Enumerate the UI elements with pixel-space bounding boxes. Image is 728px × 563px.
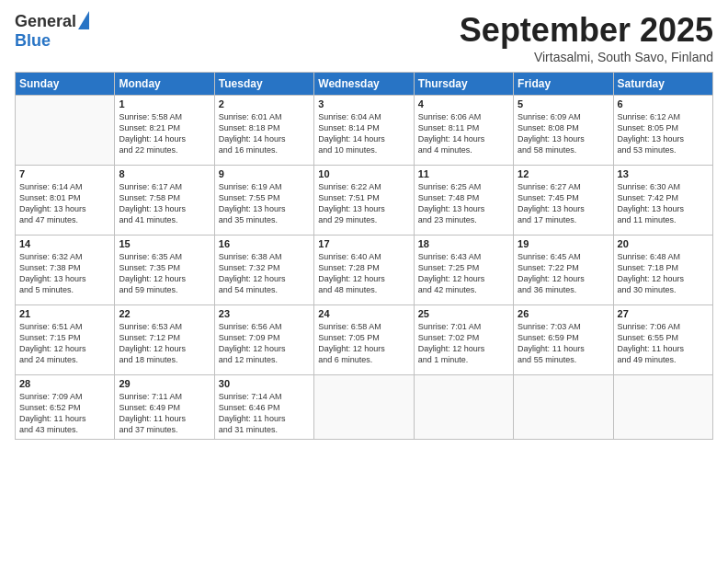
day-info: Sunrise: 6:01 AM Sunset: 8:18 PM Dayligh… bbox=[219, 111, 310, 156]
day-info: Sunrise: 6:53 AM Sunset: 7:12 PM Dayligh… bbox=[119, 321, 210, 366]
day-info: Sunrise: 6:45 AM Sunset: 7:22 PM Dayligh… bbox=[518, 251, 609, 296]
col-header-tuesday: Tuesday bbox=[214, 73, 313, 96]
day-number: 25 bbox=[418, 308, 509, 319]
day-info: Sunrise: 6:32 AM Sunset: 7:38 PM Dayligh… bbox=[19, 251, 110, 296]
day-info: Sunrise: 6:40 AM Sunset: 7:28 PM Dayligh… bbox=[318, 251, 409, 296]
day-info: Sunrise: 6:25 AM Sunset: 7:48 PM Dayligh… bbox=[418, 181, 509, 226]
day-cell: 3Sunrise: 6:04 AM Sunset: 8:14 PM Daylig… bbox=[314, 96, 414, 166]
day-number: 9 bbox=[219, 168, 310, 179]
day-info: Sunrise: 7:06 AM Sunset: 6:55 PM Dayligh… bbox=[618, 321, 709, 366]
day-number: 5 bbox=[518, 98, 609, 109]
day-cell: 1Sunrise: 5:58 AM Sunset: 8:21 PM Daylig… bbox=[115, 96, 214, 166]
day-info: Sunrise: 6:43 AM Sunset: 7:25 PM Dayligh… bbox=[418, 251, 509, 296]
day-number: 29 bbox=[119, 378, 210, 389]
col-header-saturday: Saturday bbox=[613, 73, 712, 96]
day-cell: 9Sunrise: 6:19 AM Sunset: 7:55 PM Daylig… bbox=[214, 166, 313, 236]
day-cell: 29Sunrise: 7:11 AM Sunset: 6:49 PM Dayli… bbox=[115, 375, 214, 440]
week-row-1: 1Sunrise: 5:58 AM Sunset: 8:21 PM Daylig… bbox=[16, 96, 713, 166]
week-row-4: 21Sunrise: 6:51 AM Sunset: 7:15 PM Dayli… bbox=[16, 305, 713, 375]
day-info: Sunrise: 6:27 AM Sunset: 7:45 PM Dayligh… bbox=[518, 181, 609, 226]
day-info: Sunrise: 6:06 AM Sunset: 8:11 PM Dayligh… bbox=[418, 111, 509, 156]
logo-general-text: General bbox=[15, 12, 76, 31]
day-cell: 8Sunrise: 6:17 AM Sunset: 7:58 PM Daylig… bbox=[115, 166, 214, 236]
day-number: 16 bbox=[219, 238, 310, 249]
col-header-thursday: Thursday bbox=[414, 73, 513, 96]
day-info: Sunrise: 7:14 AM Sunset: 6:46 PM Dayligh… bbox=[219, 391, 310, 436]
day-number: 8 bbox=[119, 168, 210, 179]
day-info: Sunrise: 6:48 AM Sunset: 7:18 PM Dayligh… bbox=[618, 251, 709, 296]
day-number: 2 bbox=[219, 98, 310, 109]
day-number: 6 bbox=[618, 98, 709, 109]
day-cell: 4Sunrise: 6:06 AM Sunset: 8:11 PM Daylig… bbox=[414, 96, 513, 166]
logo-triangle-icon bbox=[78, 11, 89, 29]
day-cell bbox=[314, 375, 414, 440]
day-info: Sunrise: 6:17 AM Sunset: 7:58 PM Dayligh… bbox=[119, 181, 210, 226]
day-info: Sunrise: 6:19 AM Sunset: 7:55 PM Dayligh… bbox=[219, 181, 310, 226]
location: Virtasalmi, South Savo, Finland bbox=[460, 50, 713, 64]
day-cell: 18Sunrise: 6:43 AM Sunset: 7:25 PM Dayli… bbox=[414, 236, 513, 305]
day-number: 10 bbox=[318, 168, 409, 179]
day-number: 1 bbox=[119, 98, 210, 109]
day-info: Sunrise: 5:58 AM Sunset: 8:21 PM Dayligh… bbox=[119, 111, 210, 156]
day-cell: 15Sunrise: 6:35 AM Sunset: 7:35 PM Dayli… bbox=[115, 236, 214, 305]
day-cell: 14Sunrise: 6:32 AM Sunset: 7:38 PM Dayli… bbox=[16, 236, 115, 305]
week-row-3: 14Sunrise: 6:32 AM Sunset: 7:38 PM Dayli… bbox=[16, 236, 713, 305]
day-cell bbox=[514, 375, 613, 440]
day-cell bbox=[16, 96, 115, 166]
day-info: Sunrise: 6:35 AM Sunset: 7:35 PM Dayligh… bbox=[119, 251, 210, 296]
day-cell bbox=[613, 375, 712, 440]
day-cell: 28Sunrise: 7:09 AM Sunset: 6:52 PM Dayli… bbox=[16, 375, 115, 440]
day-cell: 19Sunrise: 6:45 AM Sunset: 7:22 PM Dayli… bbox=[514, 236, 613, 305]
day-number: 20 bbox=[618, 238, 709, 249]
logo-blue-text: Blue bbox=[15, 31, 51, 51]
day-cell bbox=[414, 375, 513, 440]
day-info: Sunrise: 6:22 AM Sunset: 7:51 PM Dayligh… bbox=[318, 181, 409, 226]
day-info: Sunrise: 6:58 AM Sunset: 7:05 PM Dayligh… bbox=[318, 321, 409, 366]
calendar-table: SundayMondayTuesdayWednesdayThursdayFrid… bbox=[15, 72, 713, 440]
day-info: Sunrise: 7:03 AM Sunset: 6:59 PM Dayligh… bbox=[518, 321, 609, 366]
day-info: Sunrise: 6:12 AM Sunset: 8:05 PM Dayligh… bbox=[618, 111, 709, 156]
day-number: 17 bbox=[318, 238, 409, 249]
day-cell: 10Sunrise: 6:22 AM Sunset: 7:51 PM Dayli… bbox=[314, 166, 414, 236]
day-cell: 26Sunrise: 7:03 AM Sunset: 6:59 PM Dayli… bbox=[514, 305, 613, 375]
day-number: 11 bbox=[418, 168, 509, 179]
col-header-wednesday: Wednesday bbox=[314, 73, 414, 96]
header-row: SundayMondayTuesdayWednesdayThursdayFrid… bbox=[16, 73, 713, 96]
day-info: Sunrise: 6:56 AM Sunset: 7:09 PM Dayligh… bbox=[219, 321, 310, 366]
day-cell: 24Sunrise: 6:58 AM Sunset: 7:05 PM Dayli… bbox=[314, 305, 414, 375]
day-number: 7 bbox=[19, 168, 110, 179]
day-number: 18 bbox=[418, 238, 509, 249]
day-number: 23 bbox=[219, 308, 310, 319]
day-cell: 25Sunrise: 7:01 AM Sunset: 7:02 PM Dayli… bbox=[414, 305, 513, 375]
day-info: Sunrise: 6:51 AM Sunset: 7:15 PM Dayligh… bbox=[19, 321, 110, 366]
day-number: 24 bbox=[318, 308, 409, 319]
day-cell: 22Sunrise: 6:53 AM Sunset: 7:12 PM Dayli… bbox=[115, 305, 214, 375]
day-cell: 17Sunrise: 6:40 AM Sunset: 7:28 PM Dayli… bbox=[314, 236, 414, 305]
title-block: September 2025 Virtasalmi, South Savo, F… bbox=[460, 11, 713, 64]
col-header-friday: Friday bbox=[514, 73, 613, 96]
day-number: 14 bbox=[19, 238, 110, 249]
day-cell: 27Sunrise: 7:06 AM Sunset: 6:55 PM Dayli… bbox=[613, 305, 712, 375]
day-info: Sunrise: 7:09 AM Sunset: 6:52 PM Dayligh… bbox=[19, 391, 110, 436]
day-number: 19 bbox=[518, 238, 609, 249]
day-number: 30 bbox=[219, 378, 310, 389]
day-info: Sunrise: 7:11 AM Sunset: 6:49 PM Dayligh… bbox=[119, 391, 210, 436]
day-info: Sunrise: 6:14 AM Sunset: 8:01 PM Dayligh… bbox=[19, 181, 110, 226]
col-header-sunday: Sunday bbox=[16, 73, 115, 96]
day-cell: 7Sunrise: 6:14 AM Sunset: 8:01 PM Daylig… bbox=[16, 166, 115, 236]
day-number: 26 bbox=[518, 308, 609, 319]
day-info: Sunrise: 7:01 AM Sunset: 7:02 PM Dayligh… bbox=[418, 321, 509, 366]
day-info: Sunrise: 6:30 AM Sunset: 7:42 PM Dayligh… bbox=[618, 181, 709, 226]
header: General Blue September 2025 Virtasalmi, … bbox=[15, 11, 713, 64]
day-number: 27 bbox=[618, 308, 709, 319]
month-title: September 2025 bbox=[460, 11, 713, 50]
day-cell: 12Sunrise: 6:27 AM Sunset: 7:45 PM Dayli… bbox=[514, 166, 613, 236]
logo: General Blue bbox=[15, 11, 89, 51]
day-cell: 21Sunrise: 6:51 AM Sunset: 7:15 PM Dayli… bbox=[16, 305, 115, 375]
week-row-2: 7Sunrise: 6:14 AM Sunset: 8:01 PM Daylig… bbox=[16, 166, 713, 236]
day-number: 3 bbox=[318, 98, 409, 109]
day-info: Sunrise: 6:04 AM Sunset: 8:14 PM Dayligh… bbox=[318, 111, 409, 156]
day-cell: 20Sunrise: 6:48 AM Sunset: 7:18 PM Dayli… bbox=[613, 236, 712, 305]
day-number: 22 bbox=[119, 308, 210, 319]
col-header-monday: Monday bbox=[115, 73, 214, 96]
